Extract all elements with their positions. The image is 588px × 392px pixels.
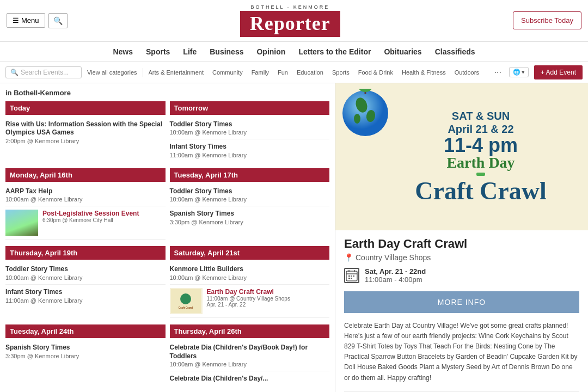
svg-rect-20 (348, 278, 350, 279)
event-meta: 11:00am @ Country Village Shops (207, 296, 330, 302)
cat-family[interactable]: Family (252, 69, 269, 76)
event-rise-with-us[interactable]: Rise with Us: Information Session with t… (5, 117, 166, 148)
event-title: Toddler Story Times (5, 265, 166, 274)
event-meta: 10:00am @ Kenmore Library (5, 274, 166, 281)
day-tomorrow-header: Tomorrow (170, 101, 330, 115)
top-bar: ☰ Menu 🔍 BOTHELL · KENMORE Reporter Subs… (0, 0, 588, 42)
nav-sports[interactable]: Sports (146, 47, 170, 56)
event-infant-story-tomorrow[interactable]: Infant Story Times 11:00am @ Kenmore Lib… (170, 139, 330, 162)
search-button[interactable]: 🔍 (48, 13, 68, 28)
svg-text:Craft Crawl: Craft Crawl (179, 306, 193, 309)
nav-news[interactable]: News (113, 47, 133, 56)
cat-outdoors[interactable]: Outdoors (455, 69, 479, 76)
detail-venue-row: 📍 Country Village Shops (344, 253, 579, 262)
events-filter-bar: 🔍 Search Events... View all categories A… (0, 62, 588, 83)
event-spanish-story-apr24[interactable]: Spanish Story Times 3:30pm @ Kenmore Lib… (5, 340, 166, 363)
search-events-placeholder: Search Events... (21, 69, 69, 76)
detail-date-time: Sat, Apr. 21 - 22nd 11:00am - 4:00pm (365, 267, 426, 284)
view-all-categories-button[interactable]: View all categories (87, 69, 137, 76)
craft-thumb-image: Craft Crawl (170, 288, 203, 314)
event-title: Infant Story Times (5, 288, 166, 297)
cat-education[interactable]: Education (297, 69, 323, 76)
cat-arts[interactable]: Arts & Entertainment (149, 69, 204, 76)
detail-image-dates: SAT & SUNApril 21 & 22 (415, 109, 546, 136)
detail-panel: SAT & SUNApril 21 & 22 11-4 pm Earth Day… (335, 83, 588, 392)
event-toddler-story-tue[interactable]: Toddler Story Times 10:00am @ Kenmore Li… (170, 184, 330, 207)
earth-globe-svg (341, 89, 390, 138)
event-dia-children[interactable]: Celebrate Dia (Children's Day/... (170, 371, 330, 387)
event-info: Post-Legislative Session Event 6:30pm @ … (42, 210, 166, 223)
event-title: Spanish Story Times (5, 344, 166, 352)
search-icon: 🔍 (53, 16, 63, 25)
day-today-header: Today (5, 101, 166, 115)
svg-rect-17 (348, 275, 350, 277)
globe-icon: 🌐 (513, 69, 520, 76)
event-post-legislative[interactable]: Post-Legislative Session Event 6:30pm @ … (5, 206, 166, 240)
logo-area: BOTHELL · KENMORE Reporter (240, 4, 340, 37)
detail-date-row: Sat, Apr. 21 - 22nd 11:00am - 4:00pm (344, 267, 579, 284)
event-title: AARP Tax Help (5, 187, 166, 196)
more-info-button[interactable]: MORE INFO (344, 291, 579, 313)
thumb-image (5, 210, 38, 236)
add-event-button[interactable]: + Add Event (534, 65, 583, 79)
event-infant-story-thu19[interactable]: Infant Story Times 11:00am @ Kenmore Lib… (5, 285, 166, 307)
cat-fun[interactable]: Fun (278, 69, 288, 76)
menu-label: Menu (21, 16, 39, 24)
detail-venue-name: Country Village Shops (356, 253, 431, 262)
svg-point-6 (354, 114, 360, 124)
event-meta: 3:30pm @ Kenmore Library (5, 353, 166, 359)
day-monday-header: Monday, April 16th (5, 168, 166, 182)
svg-rect-21 (351, 278, 352, 279)
event-toddler-story-tomorrow[interactable]: Toddler Story Times 10:00am @ Kenmore Li… (170, 117, 330, 140)
location-label: in Bothell-Kenmore (5, 89, 329, 97)
cat-sports[interactable]: Sports (332, 69, 350, 76)
event-title: Post-Legislative Session Event (42, 210, 166, 217)
event-toddler-story-thu19[interactable]: Toddler Story Times 10:00am @ Kenmore Li… (5, 262, 166, 285)
nav-letters[interactable]: Letters to the Editor (298, 47, 371, 56)
hamburger-icon: ☰ (13, 16, 19, 24)
logo-text[interactable]: Reporter (240, 11, 340, 37)
calendar-icon (344, 268, 359, 283)
more-categories-button[interactable]: ··· (492, 68, 504, 77)
event-title: Earth Day Craft Crawl (207, 288, 330, 296)
nav-opinion[interactable]: Opinion (256, 47, 285, 56)
detail-image-craft-crawl: Craft Crawl (415, 179, 546, 204)
nav-life[interactable]: Life (183, 47, 197, 56)
event-thumbnail (5, 210, 38, 236)
event-title: Toddler Story Times (170, 120, 330, 129)
event-meta: 10:00am @ Kenmore Library (5, 196, 166, 203)
event-title: Rise with Us: Information Session with t… (5, 120, 166, 137)
event-title: Toddler Story Times (170, 187, 330, 196)
nav-obituaries[interactable]: Obituaries (384, 47, 421, 56)
event-aarp-tax[interactable]: AARP Tax Help 10:00am @ Kenmore Library (5, 184, 166, 207)
event-meta: 2:00pm @ Kenmore Library (5, 138, 166, 144)
nav-classifieds[interactable]: Classifieds (435, 47, 475, 56)
location-pin-icon: 📍 (344, 253, 353, 262)
nav-business[interactable]: Business (210, 47, 243, 56)
event-kenmore-builders[interactable]: Kenmore Little Builders 10:00am @ Kenmor… (170, 262, 330, 285)
detail-time: 11:00am - 4:00pm (365, 275, 426, 284)
event-meta: 10:00am @ Kenmore Library (170, 274, 330, 281)
event-spanish-story-tue[interactable]: Spanish Story Times 3:30pm @ Kenmore Lib… (170, 206, 330, 229)
cat-community[interactable]: Community (212, 69, 243, 76)
event-dia-toddlers[interactable]: Celebrate Dia (Children's Day/Book Day!)… (170, 340, 330, 371)
category-tags: Arts & Entertainment Community Family Fu… (149, 69, 487, 76)
cat-health[interactable]: Health & Fitness (402, 69, 446, 76)
detail-date: Sat, Apr. 21 - 22nd (365, 267, 426, 275)
calendar-svg (345, 269, 358, 282)
event-title: Celebrate Dia (Children's Day/... (170, 375, 330, 383)
globe-language-button[interactable]: 🌐 ▾ (509, 67, 529, 77)
day-tuesday-header: Tuesday, April 17th (170, 168, 330, 182)
detail-image-area: SAT & SUNApril 21 & 22 11-4 pm Earth Day… (335, 83, 588, 230)
event-meta: 10:00am @ Kenmore Library (170, 129, 330, 136)
top-left-controls: ☰ Menu 🔍 (7, 13, 68, 28)
menu-button[interactable]: ☰ Menu (7, 13, 45, 28)
event-meta: 10:00am @ Kenmore Library (170, 361, 330, 367)
cat-food[interactable]: Food & Drink (358, 69, 393, 76)
subscribe-button[interactable]: Subscribe Today (513, 11, 581, 29)
search-events-input[interactable]: 🔍 Search Events... (5, 66, 82, 78)
event-meta: 3:30pm @ Kenmore Library (170, 219, 330, 225)
event-earth-day-craft[interactable]: Craft Crawl Earth Day Craft Crawl 11:00a… (170, 285, 330, 318)
categories-divider (143, 68, 143, 77)
event-title: Infant Story Times (170, 143, 330, 151)
